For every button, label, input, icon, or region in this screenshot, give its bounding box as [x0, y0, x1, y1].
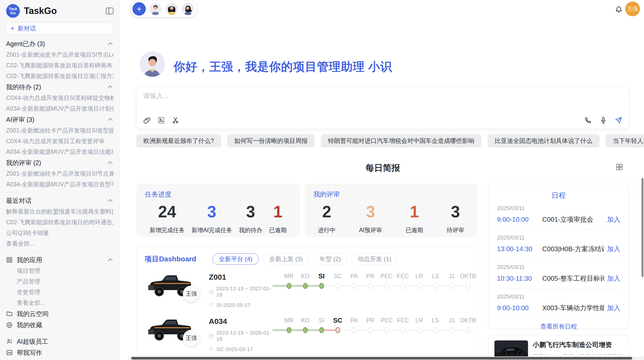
sidebar-item-favorites[interactable]: 我的收藏 — [6, 319, 113, 331]
phone-call-icon[interactable] — [584, 116, 592, 124]
schedule-title: 日程 — [497, 191, 620, 200]
sidebar-item-project-mgmt[interactable]: 项目管理 — [6, 265, 113, 276]
agent-avatar-2[interactable] — [165, 2, 178, 16]
conversation-item[interactable]: C0X4-动力总成开发项目SI里程碑提交物检查 — [6, 93, 113, 103]
user-avatar[interactable]: 王强 — [625, 2, 640, 16]
users-icon — [6, 338, 13, 345]
scissors-icon[interactable] — [172, 116, 179, 124]
view-all-schedule-link[interactable]: 查看所有日程 — [497, 318, 620, 335]
suggestion-chip[interactable]: 欧洲新规最近颁布了什么? — [136, 134, 221, 147]
join-meeting-link[interactable]: 加入 — [607, 215, 620, 224]
suggestion-chip[interactable]: 当下年轻人对汽车外观有怎样的喜好趋势 — [606, 134, 644, 147]
join-meeting-link[interactable]: 加入 — [607, 274, 620, 283]
message-input[interactable] — [143, 92, 622, 100]
horizontal-scrollbar[interactable] — [128, 356, 644, 360]
project-row[interactable]: 王强 A034 ◷2023-12-19 ~ 2026-01-19 ⚐SC-202… — [137, 315, 477, 355]
conversation-item[interactable]: 解释最新出台的欧盟报废车法规再生塑料比例被调至15%... — [6, 206, 113, 217]
app-logo: Task Go — [6, 4, 20, 18]
conversation-item[interactable]: 公司Q3轻卡销量 — [6, 228, 113, 238]
chevron-up-icon — [108, 161, 112, 166]
view-all-apps[interactable]: 查看全部... — [6, 297, 113, 308]
schedule-item: 2025/03/11 9:00-10:00 X003-车辆动力学性能验... 加… — [497, 289, 620, 318]
sidebar-item-my-apps[interactable]: 我的应用 — [6, 254, 113, 265]
new-chat-button[interactable]: + 新对话 — [6, 22, 113, 35]
section-header-recent[interactable]: 最近对话 — [6, 195, 113, 206]
join-meeting-link[interactable]: 加入 — [607, 245, 620, 253]
section-header-ai-review[interactable]: AI评审 (3) — [6, 114, 113, 125]
stat-my-todo: 3我的待办 — [239, 203, 262, 234]
join-meeting-link[interactable]: 加入 — [607, 304, 620, 312]
conversation-item[interactable]: Z001-全新燃油轻卡产品开发项目SI造型提交物评审 — [6, 125, 113, 136]
tab-new-body[interactable]: 全新上装 (3) — [263, 253, 309, 265]
layout-grid-icon[interactable] — [616, 163, 623, 171]
divider — [0, 192, 120, 192]
composer-left-icons — [143, 116, 179, 124]
sidebar-lists: Agent已办 (3) Z001-全新燃油皮卡产品开发项目SI节点Lesson … — [6, 38, 113, 360]
milestone-node: OKTB — [460, 316, 476, 333]
project-owner-badge: 王强 — [183, 286, 200, 302]
image-upload-icon[interactable] — [157, 116, 165, 124]
plus-icon: + — [10, 24, 14, 33]
notification-bell-icon[interactable] — [615, 5, 623, 13]
project-dashboard-card: 项目Dashboard 全新平台 (4) 全新上装 (3) 年型 (2) 动总开… — [136, 247, 477, 360]
schedule-item: 2025/03/11 10:30-11:30 C005-整车工程目标评审 加入 — [497, 259, 620, 289]
add-agent-button[interactable]: + — [133, 2, 146, 16]
section-header-my-todo[interactable]: 我的待办 (2) — [6, 81, 113, 93]
sidebar-item-help-me-write[interactable]: 帮我写作 — [6, 347, 113, 358]
view-all-conversations[interactable]: 查看全部... — [6, 238, 113, 249]
conversation-item[interactable]: A034-全新新能源MUV产品开发项目法规符合性评审 — [6, 146, 113, 157]
stat-ai-prereview: 3AI预评审 — [359, 203, 382, 234]
agent-avatar-1[interactable] — [149, 2, 162, 16]
stat-overdue: 1已逾期 — [269, 203, 287, 234]
conversation-item[interactable]: C02-飞腾新能源轻客改款项目里程碑画布 — [6, 60, 113, 71]
suggestion-chips: 欧洲新规最近颁布了什么? 如何写一份清晰的项目周报 特朗普可能对进口汽车增税会对… — [136, 134, 644, 147]
send-icon[interactable] — [615, 116, 622, 124]
tab-model-year[interactable]: 年型 (2) — [313, 253, 347, 265]
divider — [0, 251, 120, 252]
section-header-agent-done[interactable]: Agent已办 (3) — [6, 38, 113, 49]
suggestion-chip[interactable]: 如何写一份清晰的项目周报 — [227, 134, 315, 147]
dashboard-title: 项目Dashboard — [145, 254, 196, 264]
horizontal-scrollbar-thumb[interactable] — [131, 357, 632, 359]
tab-powertrain[interactable]: 动总开发 (1) — [351, 253, 398, 265]
stat-new-ai-done: 3新增AI完成任务 — [192, 203, 232, 234]
collapse-sidebar-icon[interactable] — [106, 8, 113, 14]
conversation-item[interactable]: Z001-全新燃油皮卡产品开发项目SI节点Lesson Learn报告 — [6, 49, 113, 60]
message-composer — [136, 87, 629, 129]
agent-avatar-3[interactable] — [181, 2, 195, 16]
microphone-icon[interactable] — [599, 116, 607, 124]
schedule-event-title: X003-车辆动力学性能验... — [542, 304, 604, 312]
new-chat-label: 新对话 — [18, 24, 36, 33]
conversation-item[interactable]: A034-全新新能源MUV产品开发项目计划变更表编写 — [6, 103, 113, 114]
sidebar-item-cloud-space[interactable]: 我的云空间 — [6, 308, 113, 319]
conversation-item[interactable]: C0X4-动力总成开发项目工程变更评审 — [6, 136, 113, 146]
conversation-item[interactable]: C02-飞腾新能源轻客改款项目立项汇报方案 — [6, 71, 113, 81]
conversation-item[interactable]: C02-飞腾新能源轻客改款项目的闭环通告反馈情况 — [6, 217, 113, 228]
stat-new-done: 24新增完成任务 — [150, 203, 185, 234]
vertical-scrollbar-thumb[interactable] — [641, 178, 643, 277]
tab-new-platform[interactable]: 全新平台 (4) — [212, 253, 259, 265]
logo-text-bottom: Go — [10, 11, 16, 15]
conversation-item[interactable]: Z001-全新燃油轻卡产品开发项目SI节点属性5D文件评审 — [6, 168, 113, 179]
card-title: 我的评审 — [313, 190, 469, 199]
suggestion-chip[interactable]: 比亚迪全固态电池计划具体说了什么 — [488, 134, 599, 147]
schedule-date: 2025/03/11 — [497, 205, 620, 212]
section-header-my-review[interactable]: 我的评审 (2) — [6, 157, 113, 168]
taskgo-app: Task Go TaskGo + 新对话 Agent已办 (3) Z001-全新… — [0, 0, 644, 360]
conversation-item[interactable]: A034-全新新能源MUV产品开发项目造型可行性评审 — [6, 179, 113, 190]
project-row[interactable]: 王强 Z001 ◷2023-12-19 ~ 2027-01-19 ⚐SI-202… — [137, 271, 477, 311]
milestone-strip: MR KO SI SC PA PR PEC FEC LR LS J1 OKTB — [276, 271, 476, 289]
star-circle-icon — [6, 322, 13, 328]
stat-overdue: 1已逾期 — [406, 203, 423, 234]
my-review-card: 我的评审 2进行中 3AI预评审 1已逾期 3待评审 — [305, 184, 477, 237]
schedule-time: 9:00-10:00 — [497, 216, 542, 223]
suggestion-chip[interactable]: 特朗普可能对进口汽车增税会对中国车企造成哪些影响 — [321, 134, 481, 147]
attachment-icon[interactable] — [143, 116, 151, 124]
sidebar-item-change-mgmt[interactable]: 变更管理 — [6, 287, 113, 297]
app-title: TaskGo — [24, 6, 106, 16]
chevron-up-icon — [108, 258, 112, 263]
sidebar-item-product-mgmt[interactable]: 产品管理 — [6, 276, 113, 287]
sidebar-item-ai-super-staff[interactable]: AI超级员工 — [6, 336, 113, 347]
sidebar-item-creative-drawing[interactable]: 创意制图 — [6, 358, 113, 360]
flag-icon: ⚐ — [209, 302, 214, 308]
